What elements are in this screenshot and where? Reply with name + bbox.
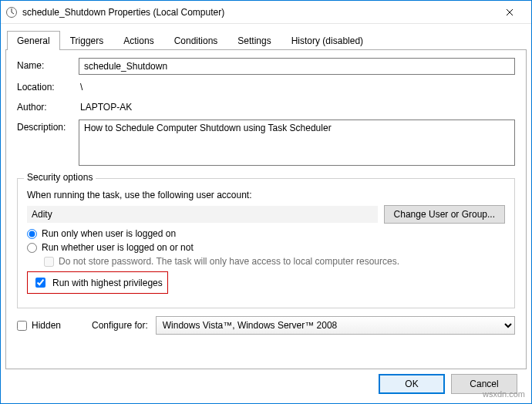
client-area: General Triggers Actions Conditions Sett… bbox=[1, 24, 531, 403]
window-close-button[interactable] bbox=[494, 2, 525, 23]
tab-conditions[interactable]: Conditions bbox=[164, 31, 228, 50]
tabstrip: General Triggers Actions Conditions Sett… bbox=[5, 30, 527, 49]
tab-general[interactable]: General bbox=[7, 31, 60, 50]
checkbox-highest-privileges-label: Run with highest privileges bbox=[52, 278, 163, 288]
highest-privileges-highlight: Run with highest privileges bbox=[27, 271, 168, 294]
name-label: Name: bbox=[17, 58, 79, 71]
radio-run-loggedon-input[interactable] bbox=[27, 229, 37, 239]
dialog-window: schedule_Shutdown Properties (Local Comp… bbox=[0, 0, 532, 404]
checkbox-do-not-store: Do not store password. The task will onl… bbox=[44, 256, 505, 267]
close-icon bbox=[506, 8, 513, 16]
description-input[interactable]: How to Schedule Computer Shutdown using … bbox=[79, 120, 515, 166]
configure-for-select[interactable]: Windows Vista™, Windows Server™ 2008 bbox=[156, 316, 515, 335]
radio-run-whether-input[interactable] bbox=[27, 243, 37, 253]
checkbox-hidden[interactable] bbox=[17, 321, 27, 331]
task-scheduler-icon bbox=[5, 6, 18, 19]
checkbox-do-not-store-label: Do not store password. The task will onl… bbox=[59, 256, 399, 267]
change-user-button[interactable]: Change User or Group... bbox=[384, 205, 505, 224]
titlebar: schedule_Shutdown Properties (Local Comp… bbox=[1, 1, 531, 24]
security-legend: Security options bbox=[24, 172, 96, 183]
radio-run-loggedon[interactable]: Run only when user is logged on bbox=[27, 228, 505, 239]
tabpage-general: Name: Location: \ Author: LAPTOP-AK Desc… bbox=[5, 49, 527, 369]
description-label: Description: bbox=[17, 120, 79, 133]
security-options-group: Security options When running the task, … bbox=[17, 178, 515, 308]
row-description: Description: How to Schedule Computer Sh… bbox=[17, 120, 515, 166]
window-title: schedule_Shutdown Properties (Local Comp… bbox=[22, 7, 494, 18]
user-account-row: Adity Change User or Group... bbox=[27, 205, 505, 224]
configure-for-label: Configure for: bbox=[92, 320, 148, 331]
row-location: Location: \ bbox=[17, 79, 515, 95]
row-author: Author: LAPTOP-AK bbox=[17, 99, 515, 115]
radio-run-whether-label: Run whether user is logged on or not bbox=[42, 242, 194, 253]
radio-run-loggedon-label: Run only when user is logged on bbox=[42, 228, 176, 239]
dialog-footer: OK Cancel bbox=[5, 369, 527, 399]
security-intro: When running the task, use the following… bbox=[27, 190, 505, 200]
location-label: Location: bbox=[17, 79, 79, 93]
name-input[interactable] bbox=[79, 58, 515, 75]
tab-actions[interactable]: Actions bbox=[113, 31, 163, 50]
checkbox-hidden-label: Hidden bbox=[32, 320, 61, 331]
user-account-text: Adity bbox=[27, 206, 378, 223]
tab-history[interactable]: History (disabled) bbox=[281, 31, 373, 50]
checkbox-hidden-row[interactable]: Hidden bbox=[17, 320, 61, 331]
checkbox-highest-privileges[interactable] bbox=[35, 278, 45, 288]
bottom-row: Hidden Configure for: Windows Vista™, Wi… bbox=[17, 316, 515, 335]
radio-run-whether[interactable]: Run whether user is logged on or not bbox=[27, 242, 505, 253]
location-value: \ bbox=[79, 79, 84, 95]
row-name: Name: bbox=[17, 58, 515, 75]
checkbox-do-not-store-input bbox=[44, 257, 54, 267]
tab-settings[interactable]: Settings bbox=[227, 31, 281, 50]
cancel-button[interactable]: Cancel bbox=[451, 374, 517, 394]
highest-privileges-row: Run with highest privileges bbox=[27, 271, 505, 294]
tab-triggers[interactable]: Triggers bbox=[60, 31, 114, 50]
author-value: LAPTOP-AK bbox=[79, 99, 133, 115]
ok-button[interactable]: OK bbox=[379, 374, 445, 394]
author-label: Author: bbox=[17, 99, 79, 113]
